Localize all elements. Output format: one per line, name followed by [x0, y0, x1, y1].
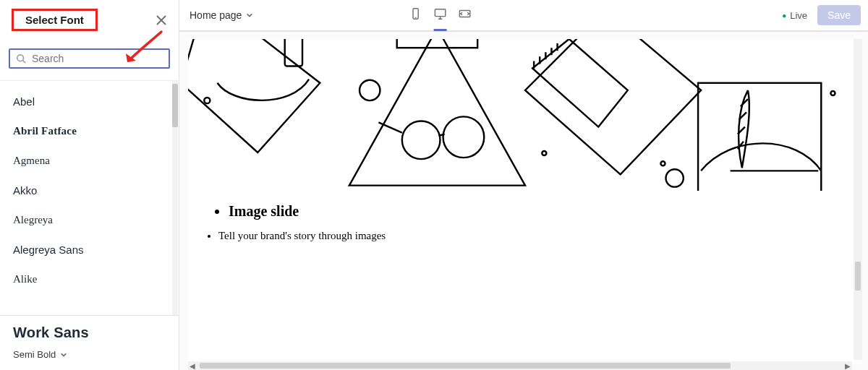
search-icon: [16, 53, 26, 64]
font-option[interactable]: Agmena: [0, 146, 179, 176]
desktop-icon[interactable]: [434, 7, 447, 20]
mobile-icon[interactable]: [409, 7, 422, 20]
font-option[interactable]: Abel: [0, 87, 179, 116]
chevron-down-icon: [246, 12, 253, 19]
page-selector[interactable]: Home page: [190, 9, 253, 21]
svg-point-18: [443, 116, 485, 158]
live-dot-icon: ●: [782, 12, 786, 20]
svg-point-21: [542, 151, 546, 155]
save-button[interactable]: Save: [817, 5, 861, 25]
svg-marker-20: [525, 39, 701, 174]
annotation-highlight: Select Font: [12, 9, 98, 31]
preview-frame: Image slide Tell your brand's story thro…: [188, 39, 862, 363]
topbar: Home page ● Live Save: [179, 0, 868, 32]
svg-marker-10: [188, 39, 320, 152]
current-font-footer: Work Sans Semi Bold: [0, 315, 179, 370]
font-panel: Select Font Abel Abril Fatface Agmena Ak…: [0, 0, 179, 370]
current-font-name: Work Sans: [13, 324, 166, 341]
main-area: Home page ● Live Save: [179, 0, 868, 370]
search-input[interactable]: [32, 53, 163, 64]
preview-text-block: Image slide Tell your brand's story thro…: [188, 193, 862, 242]
font-option[interactable]: Alike: [0, 264, 179, 294]
fullwidth-icon[interactable]: [459, 7, 472, 20]
preview-heading: Image slide: [229, 203, 848, 220]
font-option[interactable]: Akko: [0, 176, 179, 205]
panel-title: Select Font: [25, 14, 84, 26]
svg-point-22: [660, 161, 665, 165]
live-text: Live: [790, 10, 807, 21]
live-status: ● Live: [782, 10, 807, 21]
weight-select[interactable]: Semi Bold: [13, 349, 67, 360]
svg-rect-15: [397, 39, 477, 48]
svg-line-3: [23, 61, 26, 64]
font-option[interactable]: Abril Fatface: [0, 116, 179, 146]
preview-bullet: Tell your brand's story through images: [218, 230, 848, 242]
svg-rect-6: [435, 9, 445, 16]
page-selector-label: Home page: [190, 9, 242, 21]
horizontal-scrollbar[interactable]: ◀▶: [188, 361, 852, 370]
svg-point-13: [204, 98, 210, 103]
weight-label: Semi Bold: [13, 349, 56, 360]
vertical-scrollbar[interactable]: [854, 39, 862, 360]
svg-point-23: [666, 169, 684, 186]
svg-rect-24: [698, 83, 821, 191]
device-switcher: [409, 7, 472, 24]
close-icon[interactable]: [156, 14, 167, 26]
svg-point-14: [359, 80, 380, 100]
preview-canvas: Image slide Tell your brand's story thro…: [179, 32, 868, 370]
font-option[interactable]: Alegreya Sans: [0, 235, 179, 264]
panel-header: Select Font: [0, 0, 179, 41]
svg-point-2: [17, 55, 24, 61]
font-list-scrollbar[interactable]: [172, 81, 178, 315]
svg-point-25: [830, 91, 835, 95]
font-list: Abel Abril Fatface Agmena Akko Alegreya …: [0, 81, 179, 315]
search-box[interactable]: [9, 48, 170, 69]
svg-point-17: [402, 121, 441, 159]
svg-marker-16: [349, 39, 525, 186]
search-row: [0, 41, 179, 81]
hero-illustration: [188, 39, 862, 191]
font-option[interactable]: Alegreya: [0, 205, 179, 235]
chevron-down-icon: [60, 351, 67, 358]
